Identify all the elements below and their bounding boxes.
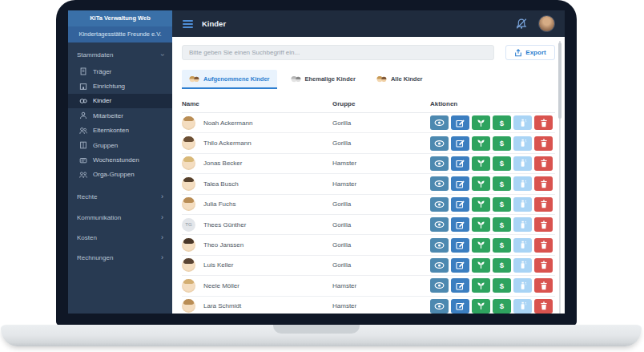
- fees-button[interactable]: $: [493, 258, 511, 273]
- child-avatar: [182, 136, 195, 150]
- bottle-button[interactable]: [513, 136, 532, 151]
- sidebar-item-label: Einrichtung: [93, 83, 125, 90]
- fees-button[interactable]: $: [493, 217, 511, 232]
- bottle-button[interactable]: [513, 299, 532, 314]
- view-button[interactable]: [430, 258, 449, 273]
- edit-button[interactable]: [451, 136, 469, 151]
- edit-button[interactable]: [451, 258, 469, 273]
- development-button[interactable]: [472, 299, 490, 314]
- fees-button[interactable]: $: [493, 238, 511, 253]
- sidebar-section-rechte[interactable]: Rechte ›: [68, 187, 172, 207]
- export-button[interactable]: Export: [505, 45, 555, 60]
- delete-button[interactable]: [534, 136, 553, 151]
- delete-button[interactable]: [534, 217, 553, 232]
- child-name: Thees Günther: [203, 221, 246, 229]
- menu-icon[interactable]: [183, 18, 193, 30]
- sidebar: KiTa Verwaltung Web Kindertagesstätte Fr…: [68, 10, 172, 314]
- sidebar-item-orga-gruppen[interactable]: Orga-Gruppen: [68, 168, 172, 182]
- delete-button[interactable]: [534, 115, 553, 130]
- edit-button[interactable]: [451, 176, 469, 191]
- sidebar-section-rechnungen[interactable]: Rechnungen ›: [68, 248, 172, 268]
- sidebar-item-label: Träger: [93, 68, 111, 75]
- development-button[interactable]: [472, 278, 490, 293]
- bottle-button[interactable]: [513, 156, 532, 171]
- bottle-button[interactable]: [513, 278, 532, 293]
- development-button[interactable]: [472, 238, 490, 253]
- bottle-button[interactable]: [513, 258, 532, 273]
- sidebar-section-kosten[interactable]: Kosten ›: [68, 228, 172, 248]
- fees-button[interactable]: $: [493, 176, 511, 191]
- tab-ehemalige-kinder[interactable]: Ehemalige Kinder: [284, 70, 363, 89]
- development-button[interactable]: [472, 217, 490, 232]
- child-avatar: [182, 299, 195, 313]
- child-group: Gorilla: [332, 140, 430, 147]
- development-button[interactable]: [472, 115, 490, 130]
- edit-button[interactable]: [451, 115, 469, 130]
- view-button[interactable]: [430, 278, 449, 293]
- sidebar-item-kinder[interactable]: Kinder: [68, 94, 172, 108]
- search-input[interactable]: [182, 45, 494, 60]
- development-button[interactable]: [472, 176, 490, 191]
- tab-aufgenommene-kinder[interactable]: Aufgenommene Kinder: [182, 70, 277, 89]
- sidebar-section-kommunikation[interactable]: Kommunikation ›: [68, 208, 172, 228]
- bottle-button[interactable]: [513, 197, 532, 212]
- table-row: TG Thees Günther Gorilla $: [182, 215, 555, 235]
- fees-button[interactable]: $: [493, 156, 511, 171]
- delete-button[interactable]: [534, 156, 553, 171]
- chevron-right-icon: ›: [161, 214, 163, 221]
- bottle-button[interactable]: [513, 176, 532, 191]
- fees-button[interactable]: $: [493, 115, 511, 130]
- sidebar-item-elternkonten[interactable]: Elternkonten: [68, 123, 172, 138]
- sidebar-item-traeger[interactable]: Träger: [68, 64, 172, 79]
- bottle-button[interactable]: [513, 238, 532, 253]
- fees-button[interactable]: $: [493, 278, 511, 293]
- sidebar-item-label: Mitarbeiter: [93, 112, 123, 119]
- tab-alle-kinder[interactable]: Alle Kinder: [369, 70, 430, 89]
- view-button[interactable]: [430, 136, 449, 151]
- fees-button[interactable]: $: [493, 299, 511, 314]
- development-button[interactable]: [472, 258, 490, 273]
- delete-button[interactable]: [534, 258, 553, 273]
- view-button[interactable]: [430, 115, 449, 130]
- delete-button[interactable]: [534, 299, 553, 314]
- table-row: Jonas Becker Hamster $: [182, 154, 555, 174]
- edit-button[interactable]: [451, 217, 469, 232]
- delete-button[interactable]: [534, 238, 553, 253]
- fees-button[interactable]: $: [493, 136, 511, 151]
- delete-button[interactable]: [534, 176, 553, 191]
- sidebar-item-wochenstunden[interactable]: Wochenstunden: [68, 152, 172, 167]
- children-icon: [376, 75, 387, 83]
- fees-button[interactable]: $: [493, 197, 511, 212]
- development-button[interactable]: [472, 156, 490, 171]
- view-button[interactable]: [430, 197, 449, 212]
- bottle-button[interactable]: [513, 115, 532, 130]
- edit-button[interactable]: [451, 299, 469, 314]
- view-button[interactable]: [430, 217, 449, 232]
- user-avatar[interactable]: [538, 15, 555, 32]
- edit-button[interactable]: [451, 197, 469, 212]
- view-button[interactable]: [430, 238, 449, 253]
- development-button[interactable]: [472, 136, 490, 151]
- sidebar-group-stammdaten[interactable]: Stammdaten ›: [68, 47, 172, 63]
- bell-muted-icon[interactable]: [515, 18, 528, 30]
- view-button[interactable]: [430, 176, 449, 191]
- child-avatar: [182, 279, 195, 293]
- sidebar-item-gruppen[interactable]: Gruppen: [68, 138, 172, 152]
- scrollbar-thumb[interactable]: [558, 42, 561, 119]
- view-button[interactable]: [430, 156, 449, 171]
- child-name: Noah Ackermann: [203, 119, 252, 127]
- edit-button[interactable]: [451, 238, 469, 253]
- sidebar-item-einrichtung[interactable]: Einrichtung: [68, 79, 172, 93]
- bottle-button[interactable]: [513, 217, 532, 232]
- development-button[interactable]: [472, 197, 490, 212]
- delete-button[interactable]: [534, 197, 553, 212]
- sidebar-item-label: Gruppen: [93, 142, 118, 149]
- tab-label: Ehemalige Kinder: [305, 75, 356, 83]
- view-button[interactable]: [430, 299, 449, 314]
- edit-button[interactable]: [451, 156, 469, 171]
- delete-button[interactable]: [534, 278, 553, 293]
- sidebar-item-mitarbeiter[interactable]: Mitarbeiter: [68, 108, 172, 123]
- edit-button[interactable]: [451, 278, 469, 293]
- column-name: Name: [182, 100, 332, 107]
- tab-label: Alle Kinder: [391, 75, 423, 83]
